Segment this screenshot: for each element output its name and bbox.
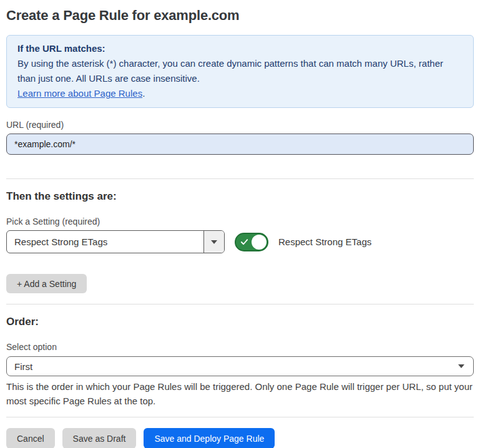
learn-more-link[interactable]: Learn more about Page Rules (17, 88, 142, 99)
create-page-rule-panel: Create a Page Rule for example.com If th… (0, 0, 480, 448)
chevron-down-icon (211, 240, 217, 244)
toggle-label: Respect Strong ETags (278, 236, 371, 247)
setting-row: Respect Strong ETags Respect Strong ETag… (6, 230, 474, 253)
order-help-text: This is the order in which your Page Rul… (6, 379, 474, 408)
order-select-label: Select option (6, 342, 474, 352)
page-title: Create a Page Rule for example.com (6, 7, 474, 24)
settings-section-heading: Then the settings are: (6, 190, 474, 203)
toggle-knob (252, 235, 267, 250)
info-box-link-line: Learn more about Page Rules. (17, 86, 463, 101)
cancel-button[interactable]: Cancel (6, 428, 55, 448)
save-as-draft-button[interactable]: Save as Draft (62, 428, 137, 448)
setting-select[interactable]: Respect Strong ETags (6, 230, 225, 253)
section-divider (6, 178, 474, 179)
order-section-heading: Order: (6, 316, 474, 328)
url-matches-info-box: If the URL matches: By using the asteris… (6, 35, 474, 108)
setting-select-dropdown-button[interactable] (203, 231, 224, 253)
info-box-heading: If the URL matches: (17, 41, 463, 56)
url-field-label: URL (required) (6, 120, 474, 130)
section-divider (6, 304, 474, 304)
order-select[interactable]: First (6, 356, 474, 376)
chevron-down-icon (458, 364, 464, 368)
setting-select-value: Respect Strong ETags (7, 231, 203, 253)
respect-strong-etags-toggle[interactable] (235, 233, 268, 251)
order-select-value: First (14, 361, 458, 372)
info-box-body: By using the asterisk (*) character, you… (17, 56, 463, 86)
footer-divider (6, 417, 474, 417)
url-input[interactable] (6, 134, 474, 155)
add-setting-button[interactable]: + Add a Setting (6, 274, 87, 293)
link-suffix: . (142, 88, 145, 99)
save-and-deploy-button[interactable]: Save and Deploy Page Rule (144, 428, 275, 448)
pick-setting-label: Pick a Setting (required) (6, 217, 474, 226)
check-icon (240, 237, 249, 246)
footer-buttons: Cancel Save as Draft Save and Deploy Pag… (6, 428, 474, 448)
